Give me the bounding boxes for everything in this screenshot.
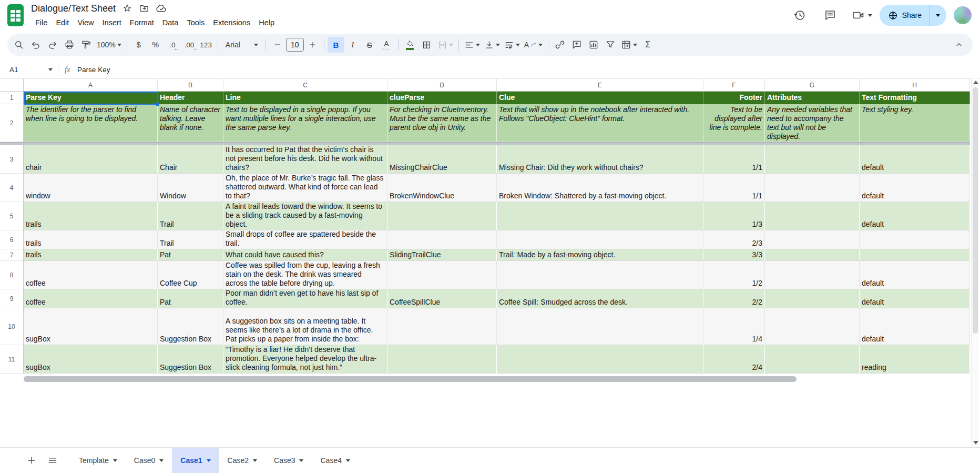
- sheet-tab-case2[interactable]: Case2: [219, 448, 266, 473]
- cell-E11[interactable]: [497, 345, 703, 374]
- decrease-decimals-button[interactable]: .0←: [164, 37, 181, 53]
- present-to-meet-button[interactable]: [849, 4, 867, 27]
- cell-G3[interactable]: [765, 145, 860, 174]
- row-header-10[interactable]: 10: [0, 308, 24, 345]
- cell-A3[interactable]: chair: [24, 145, 158, 174]
- select-all-corner[interactable]: [0, 79, 24, 92]
- add-sheet-button[interactable]: [21, 450, 42, 471]
- cell-C3[interactable]: It has occurred to Pat that the victim’s…: [223, 145, 387, 174]
- italic-button[interactable]: I: [344, 37, 361, 53]
- cell-F1[interactable]: Footer: [703, 92, 765, 104]
- star-icon[interactable]: [122, 3, 132, 14]
- column-header-B[interactable]: B: [158, 79, 223, 92]
- cell-G1[interactable]: Attributes: [765, 92, 860, 104]
- menu-help[interactable]: Help: [254, 17, 279, 28]
- paint-format-button[interactable]: [78, 37, 95, 53]
- vertical-align-button[interactable]: [482, 37, 502, 53]
- cell-E5[interactable]: [497, 202, 703, 230]
- cell-B3[interactable]: Chair: [158, 145, 223, 174]
- menu-edit[interactable]: Edit: [52, 17, 73, 28]
- cell-E4[interactable]: Broken Window: Shattered by a fast-movin…: [497, 174, 703, 202]
- more-formats-button[interactable]: 123: [198, 37, 215, 53]
- cell-H1[interactable]: Text Formatting: [860, 92, 970, 104]
- cell-C10[interactable]: A suggestion box sits on a meeting table…: [223, 308, 387, 345]
- menu-data[interactable]: Data: [158, 17, 183, 28]
- cell-G10[interactable]: [765, 308, 860, 345]
- font-family-select[interactable]: Arial: [221, 37, 262, 53]
- sheet-tab-case3[interactable]: Case3: [266, 448, 312, 473]
- horizontal-scrollbar-thumb[interactable]: [24, 376, 797, 382]
- insert-chart-button[interactable]: [585, 37, 602, 53]
- font-size-input[interactable]: 10: [286, 38, 304, 52]
- cell-F11[interactable]: 2/4: [703, 345, 765, 374]
- format-percent-button[interactable]: %: [147, 37, 164, 53]
- move-folder-icon[interactable]: [139, 3, 149, 14]
- cell-H10[interactable]: default: [860, 308, 970, 345]
- zoom-control[interactable]: 100%: [95, 37, 124, 53]
- sheet-tab-caret-icon[interactable]: [299, 459, 303, 462]
- scroll-up-arrow-icon[interactable]: [973, 80, 978, 84]
- cell-A4[interactable]: window: [24, 174, 158, 202]
- vertical-scrollbar[interactable]: [971, 78, 979, 447]
- sheet-tab-caret-icon[interactable]: [346, 459, 350, 462]
- decrease-font-size-button[interactable]: [269, 37, 286, 53]
- cell-D10[interactable]: [387, 308, 497, 345]
- cell-G9[interactable]: [765, 289, 860, 308]
- row-header-2[interactable]: 2: [0, 104, 24, 142]
- cell-E3[interactable]: Missing Chair: Did they work without cha…: [497, 145, 703, 174]
- cell-D8[interactable]: [387, 261, 497, 289]
- cell-B9[interactable]: Pat: [158, 289, 223, 308]
- cell-F3[interactable]: 1/1: [703, 145, 765, 174]
- cell-B4[interactable]: Window: [158, 174, 223, 202]
- cell-C4[interactable]: Oh, the place of Mr. Burke’s tragic fall…: [223, 174, 387, 202]
- cell-C5[interactable]: A faint trail leads toward the window. I…: [223, 202, 387, 230]
- toolbar-search-button[interactable]: [11, 37, 27, 53]
- increase-decimals-button[interactable]: .00→: [181, 37, 198, 53]
- meet-caret-icon[interactable]: [868, 14, 872, 17]
- menu-insert[interactable]: Insert: [98, 17, 126, 28]
- functions-button[interactable]: Σ: [639, 37, 656, 53]
- cell-G2[interactable]: Any needed variables that need to accomp…: [765, 104, 860, 142]
- scroll-down-arrow-icon[interactable]: [973, 441, 978, 445]
- cell-A5[interactable]: trails: [24, 202, 158, 230]
- cell-C1[interactable]: Line: [223, 92, 387, 104]
- column-header-G[interactable]: G: [765, 79, 860, 92]
- menu-extensions[interactable]: Extensions: [209, 17, 254, 28]
- share-button[interactable]: Share: [880, 11, 929, 21]
- cell-C11[interactable]: “Timothy is a liar! He didn’t deserve th…: [223, 345, 387, 374]
- cell-A6[interactable]: trails: [24, 230, 158, 249]
- borders-button[interactable]: [418, 37, 435, 53]
- cell-A2[interactable]: The identifier for the parser to find wh…: [24, 104, 158, 142]
- undo-button[interactable]: [27, 37, 44, 53]
- sheet-tab-template[interactable]: Template: [70, 448, 126, 473]
- insert-comment-button[interactable]: [568, 37, 585, 53]
- cell-D11[interactable]: [387, 345, 497, 374]
- user-avatar[interactable]: [954, 6, 972, 24]
- cell-B2[interactable]: Name of character talking. Leave blank i…: [158, 104, 223, 142]
- cell-C9[interactable]: Poor man didn’t even get to have his las…: [223, 289, 387, 308]
- cell-F10[interactable]: 1/4: [703, 308, 765, 345]
- cell-D2[interactable]: For checking in ClueInventory. Must be t…: [387, 104, 497, 142]
- cell-E1[interactable]: Clue: [497, 92, 703, 104]
- share-options-button[interactable]: [930, 14, 946, 17]
- cell-H9[interactable]: default: [860, 289, 970, 308]
- cell-H3[interactable]: default: [860, 145, 970, 174]
- cell-F6[interactable]: 2/3: [703, 230, 765, 249]
- strikethrough-button[interactable]: S: [361, 37, 378, 53]
- cell-E8[interactable]: [497, 261, 703, 289]
- row-header-9[interactable]: 9: [0, 289, 24, 308]
- cell-E9[interactable]: Coffee Spill: Smudged across the desk.: [497, 289, 703, 308]
- cell-F8[interactable]: 1/2: [703, 261, 765, 289]
- cell-E6[interactable]: [497, 230, 703, 249]
- menu-view[interactable]: View: [73, 17, 98, 28]
- cell-E7[interactable]: Trail: Made by a fast-moving object.: [497, 249, 703, 261]
- cell-G5[interactable]: [765, 202, 860, 230]
- cell-E2[interactable]: Text that will show up in the notebook a…: [497, 104, 703, 142]
- collapse-toolbar-button[interactable]: [951, 37, 967, 53]
- menu-format[interactable]: Format: [126, 17, 158, 28]
- version-history-button[interactable]: [788, 4, 811, 27]
- cell-F2[interactable]: Text to be displayed after line is compl…: [703, 104, 765, 142]
- cell-G11[interactable]: [765, 345, 860, 374]
- sheet-tab-caret-icon[interactable]: [159, 459, 164, 462]
- sheet-tab-case4[interactable]: Case4: [312, 448, 358, 473]
